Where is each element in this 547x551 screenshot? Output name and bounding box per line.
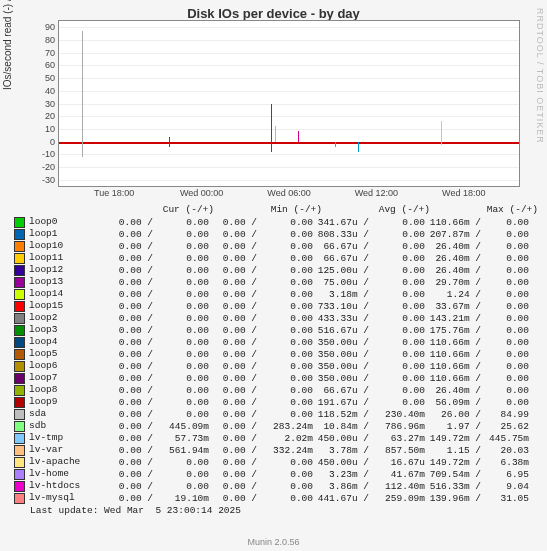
legend-row: loop120.00 /0.000.00 /0.00125.00u /0.002… — [14, 264, 538, 276]
series-name: sda — [29, 408, 105, 420]
color-swatch — [14, 445, 25, 456]
color-swatch — [14, 469, 25, 480]
series-name: loop15 — [29, 300, 105, 312]
color-swatch — [14, 241, 25, 252]
series-name: loop8 — [29, 384, 105, 396]
color-swatch — [14, 265, 25, 276]
legend-row: lv-htdocs0.00 /0.000.00 /0.003.86m /112.… — [14, 480, 538, 492]
x-tick: Wed 00:00 — [180, 188, 223, 198]
y-tick: -10 — [42, 149, 55, 159]
series-name: loop6 — [29, 360, 105, 372]
color-swatch — [14, 433, 25, 444]
y-tick: 80 — [45, 35, 55, 45]
series-name: loop14 — [29, 288, 105, 300]
color-swatch — [14, 457, 25, 468]
legend-row: loop90.00 /0.000.00 /0.00191.67u /0.0056… — [14, 396, 538, 408]
legend-row: lv-home0.00 /0.000.00 /0.003.23m /41.67m… — [14, 468, 538, 480]
y-tick: -20 — [42, 162, 55, 172]
color-swatch — [14, 397, 25, 408]
series-name: loop7 — [29, 372, 105, 384]
color-swatch — [14, 337, 25, 348]
y-axis-label: IOs/second read (-) / write (+) — [2, 0, 13, 90]
series-name: loop10 — [29, 240, 105, 252]
series-name: lv-apache — [29, 456, 105, 468]
color-swatch — [14, 361, 25, 372]
rrdtool-label: RRDTOOL / TOBI OETIKER — [535, 8, 545, 144]
y-tick: 70 — [45, 48, 55, 58]
legend-row: loop110.00 /0.000.00 /0.0066.67u /0.0026… — [14, 252, 538, 264]
color-swatch — [14, 301, 25, 312]
color-swatch — [14, 385, 25, 396]
color-swatch — [14, 325, 25, 336]
series-name: loop4 — [29, 336, 105, 348]
series-name: loop0 — [29, 216, 105, 228]
last-update: Last update: Wed Mar 5 23:00:14 2025 — [14, 505, 538, 517]
series-name: sdb — [29, 420, 105, 432]
color-swatch — [14, 349, 25, 360]
color-swatch — [14, 373, 25, 384]
y-axis: -30-20-100102030405060708090 — [29, 21, 57, 186]
y-tick: 90 — [45, 22, 55, 32]
series-name: loop1 — [29, 228, 105, 240]
legend-row: lv-tmp0.00 /57.73m0.00 /2.02m450.00u /63… — [14, 432, 538, 444]
color-swatch — [14, 229, 25, 240]
legend-row: loop00.00 /0.000.00 /0.00341.67u /0.0011… — [14, 216, 538, 228]
series-name: lv-mysql — [29, 492, 105, 504]
color-swatch — [14, 421, 25, 432]
series-name: loop11 — [29, 252, 105, 264]
series-name: loop3 — [29, 324, 105, 336]
color-swatch — [14, 481, 25, 492]
color-swatch — [14, 313, 25, 324]
legend-row: loop100.00 /0.000.00 /0.0066.67u /0.0026… — [14, 240, 538, 252]
x-tick: Wed 06:00 — [267, 188, 310, 198]
y-tick: -30 — [42, 175, 55, 185]
color-swatch — [14, 493, 25, 504]
legend-row: loop130.00 /0.000.00 /0.0075.00u /0.0029… — [14, 276, 538, 288]
legend-row: sdb0.00 /445.09m0.00 /283.24m10.84m /786… — [14, 420, 538, 432]
y-tick: 60 — [45, 60, 55, 70]
color-swatch — [14, 253, 25, 264]
y-tick: 50 — [45, 73, 55, 83]
y-tick: 30 — [45, 99, 55, 109]
legend-row: loop60.00 /0.000.00 /0.00350.00u /0.0011… — [14, 360, 538, 372]
legend-row: loop70.00 /0.000.00 /0.00350.00u /0.0011… — [14, 372, 538, 384]
legend-row: loop40.00 /0.000.00 /0.00350.00u /0.0011… — [14, 336, 538, 348]
x-axis: Tue 18:00Wed 00:00Wed 06:00Wed 12:00Wed … — [59, 188, 519, 200]
series-name: lv-tmp — [29, 432, 105, 444]
series-name: loop9 — [29, 396, 105, 408]
x-tick: Wed 18:00 — [442, 188, 485, 198]
x-tick: Tue 18:00 — [94, 188, 134, 198]
series-name: loop5 — [29, 348, 105, 360]
y-tick: 10 — [45, 124, 55, 134]
chart-plot-area: -30-20-100102030405060708090 Tue 18:00We… — [58, 20, 520, 187]
color-swatch — [14, 409, 25, 420]
legend-row: sda0.00 /0.000.00 /0.00118.52m /230.40m2… — [14, 408, 538, 420]
legend-row: loop150.00 /0.000.00 /0.00733.10u /0.003… — [14, 300, 538, 312]
legend-row: loop30.00 /0.000.00 /0.00516.67u /0.0017… — [14, 324, 538, 336]
legend-row: loop20.00 /0.000.00 /0.00433.33u /0.0014… — [14, 312, 538, 324]
series-name: lv-home — [29, 468, 105, 480]
series-name: loop12 — [29, 264, 105, 276]
series-name: lv-htdocs — [29, 480, 105, 492]
legend-row: lv-var0.00 /561.94m0.00 /332.24m3.78m /8… — [14, 444, 538, 456]
legend-row: loop50.00 /0.000.00 /0.00350.00u /0.0011… — [14, 348, 538, 360]
x-tick: Wed 12:00 — [355, 188, 398, 198]
legend-row: loop10.00 /0.000.00 /0.00808.33u /0.0020… — [14, 228, 538, 240]
y-tick: 20 — [45, 111, 55, 121]
legend-row: loop140.00 /0.000.00 /0.003.18m /0.001.2… — [14, 288, 538, 300]
series-name: lv-var — [29, 444, 105, 456]
legend-row: lv-mysql0.00 /19.10m0.00 /0.00441.67u /2… — [14, 492, 538, 504]
color-swatch — [14, 277, 25, 288]
series-name: loop2 — [29, 312, 105, 324]
legend-row: lv-apache0.00 /0.000.00 /0.00450.00u /16… — [14, 456, 538, 468]
y-tick: 0 — [50, 137, 55, 147]
color-swatch — [14, 289, 25, 300]
legend-table: Cur (-/+)Min (-/+)Avg (-/+)Max (-/+) loo… — [14, 204, 538, 517]
legend-row: loop80.00 /0.000.00 /0.0066.67u /0.0026.… — [14, 384, 538, 396]
series-name: loop13 — [29, 276, 105, 288]
y-tick: 40 — [45, 86, 55, 96]
chart-title: Disk IOs per device - by day — [0, 0, 547, 21]
footer-version: Munin 2.0.56 — [0, 537, 547, 547]
color-swatch — [14, 217, 25, 228]
